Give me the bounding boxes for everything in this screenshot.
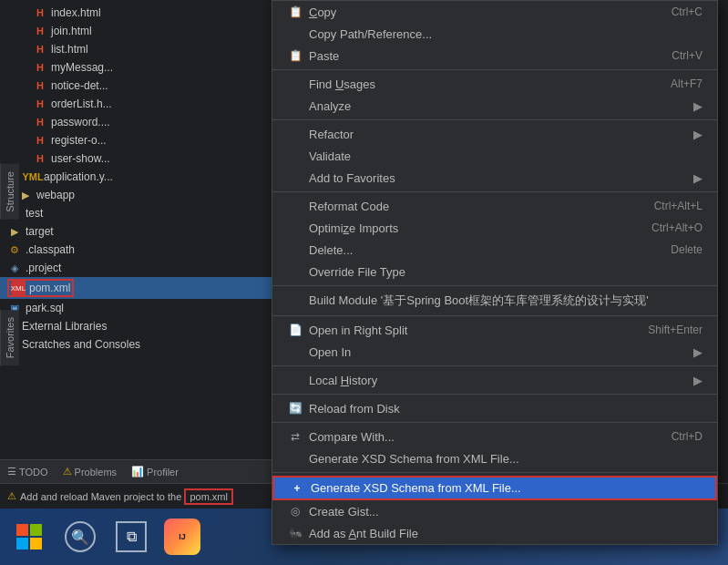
context-menu: 📋 Copy Ctrl+C Copy Path/Reference... 📋 P… [272, 0, 718, 545]
todo-icon: ☰ [7, 466, 16, 478]
menu-open-right[interactable]: 📄 Open in Right Split Shift+Enter [272, 319, 717, 341]
menu-copy-path[interactable]: Copy Path/Reference... [272, 23, 717, 45]
menu-delete[interactable]: Delete... Delete [272, 239, 717, 261]
profiler-icon: 📊 [131, 466, 144, 478]
task-view-button[interactable]: ⧉ [113, 519, 149, 555]
copy-icon: 📋 [287, 5, 303, 18]
menu-validate[interactable]: Validate [272, 145, 717, 167]
menu-analyze[interactable]: Analyze ▶ [272, 95, 717, 117]
separator-2 [272, 119, 717, 120]
menu-find-usages[interactable]: Find Usages Alt+F7 [272, 73, 717, 95]
menu-gen-xsd[interactable]: Generate XSD Schema from XML File... [272, 447, 717, 469]
menu-add-maven[interactable]: + Generate XSD Schema from XML File... [272, 476, 717, 500]
menu-optimize[interactable]: Optimize Imports Ctrl+Alt+O [272, 217, 717, 239]
html-icon: H [33, 115, 47, 129]
menu-add-favorites[interactable]: Add to Favorites ▶ [272, 167, 717, 189]
task-view-icon: ⧉ [116, 521, 147, 552]
html-icon: H [33, 60, 47, 75]
tree-item-application-yml[interactable]: YML application.y... [0, 168, 272, 186]
menu-override-type[interactable]: Override File Type [272, 261, 717, 282]
html-icon: H [33, 151, 47, 166]
menu-copy[interactable]: 📋 Copy Ctrl+C [272, 1, 717, 23]
tree-item-index-html[interactable]: H index.html [0, 4, 272, 22]
problems-button[interactable]: ⚠ Problems [63, 466, 117, 478]
submenu-arrow: ▶ [693, 99, 702, 113]
pom-highlight: pom.xml [184, 488, 233, 505]
folder-icon: ▶ [7, 224, 22, 239]
menu-local-history[interactable]: Local History ▶ [272, 369, 717, 391]
tree-item-classpath[interactable]: ⚙ .classpath [0, 241, 272, 259]
tree-item-external-libs[interactable]: 📚 External Libraries [0, 317, 272, 335]
intellij-taskbar-button[interactable]: IJ [164, 519, 200, 555]
html-icon: H [33, 5, 47, 20]
tree-item-user-show[interactable]: H user-show... [0, 149, 272, 168]
ant-icon: 🐜 [287, 527, 303, 539]
tree-item-notice[interactable]: H notice-det... [0, 77, 272, 95]
menu-reformat[interactable]: Reformat Code Ctrl+Alt+L [272, 195, 717, 217]
compare-icon: ⇄ [287, 430, 303, 443]
menu-add-ant[interactable]: 🐜 Add as Ant Build File [272, 522, 717, 544]
submenu-arrow: ▶ [693, 374, 702, 387]
separator-4 [272, 285, 717, 286]
favorites-tab[interactable]: Favorites [0, 310, 19, 365]
menu-refactor[interactable]: Refactor ▶ [272, 123, 717, 145]
html-icon: H [33, 133, 47, 148]
classpath-icon: ⚙ [7, 242, 22, 257]
submenu-arrow: ▶ [693, 345, 702, 359]
separator-6 [272, 365, 717, 366]
svg-rect-2 [16, 538, 28, 550]
warning-icon: ⚠ [63, 466, 72, 478]
svg-rect-0 [16, 524, 28, 536]
html-icon: H [33, 24, 47, 38]
maven-add-icon: + [289, 482, 305, 495]
tree-item-join-html[interactable]: H join.html [0, 22, 272, 40]
gist-icon: ◎ [287, 505, 303, 518]
menu-compare[interactable]: ⇄ Compare With... Ctrl+D [272, 426, 717, 447]
open-right-icon: 📄 [287, 324, 303, 336]
yml-icon: YML [26, 170, 40, 184]
separator-1 [272, 69, 717, 70]
submenu-arrow: ▶ [693, 171, 702, 185]
tree-item-orderlist[interactable]: H orderList.h... [0, 95, 272, 113]
ide-file-tree: H index.html H join.html H list.html H m… [0, 0, 272, 483]
warning-status-icon: ⚠ [7, 490, 16, 502]
structure-tab[interactable]: Structure [0, 164, 19, 220]
tree-item-register[interactable]: H register-o... [0, 131, 272, 149]
todo-button[interactable]: ☰ TODO [7, 466, 48, 478]
menu-reload[interactable]: 🔄 Reload from Disk [272, 397, 717, 419]
submenu-arrow: ▶ [693, 128, 702, 141]
tree-item-webapp[interactable]: ▶ webapp [0, 186, 272, 204]
tree-item-pom-xml[interactable]: XML pom.xml [0, 277, 272, 299]
status-text: Add and reload Maven project to the pom.… [20, 491, 233, 502]
menu-build-module[interactable]: Build Module '基于Spring Boot框架的车库管理系统的设计与… [272, 289, 717, 313]
tree-item-mymessag[interactable]: H myMessag... [0, 58, 272, 77]
folder-icon: ▶ [18, 188, 33, 202]
menu-open-in[interactable]: Open In ▶ [272, 341, 717, 363]
menu-create-gist[interactable]: ◎ Create Gist... [272, 500, 717, 522]
intellij-icon: IJ [179, 532, 186, 541]
windows-start-button[interactable] [11, 519, 47, 555]
tree-item-target[interactable]: ▶ target [0, 222, 272, 241]
html-icon: H [33, 97, 47, 111]
windows-logo-icon [15, 522, 44, 551]
separator-3 [272, 191, 717, 192]
separator-9 [272, 472, 717, 473]
separator-7 [272, 394, 717, 395]
tree-item-test[interactable]: ▶ test [0, 204, 272, 222]
file-tree-list: H index.html H join.html H list.html H m… [0, 0, 272, 357]
tree-item-park-sql[interactable]: ▣ park.sql [0, 299, 272, 317]
xml-icon: XML [11, 281, 26, 295]
tree-item-scratches[interactable]: ✏ Scratches and Consoles [0, 335, 272, 354]
separator-5 [272, 315, 717, 316]
project-icon: ◈ [7, 261, 22, 275]
tree-item-password[interactable]: H password.... [0, 113, 272, 131]
tree-item-project[interactable]: ◈ .project [0, 259, 272, 277]
reload-icon: 🔄 [287, 402, 303, 415]
search-button[interactable]: 🔍 [62, 519, 98, 555]
tree-item-list-html[interactable]: H list.html [0, 40, 272, 58]
profiler-button[interactable]: 📊 Profiler [131, 466, 179, 478]
svg-rect-1 [30, 524, 42, 536]
menu-paste[interactable]: 📋 Paste Ctrl+V [272, 45, 717, 67]
bottom-toolbar: ☰ TODO ⚠ Problems 📊 Profiler [0, 459, 272, 483]
html-icon: H [33, 42, 47, 56]
